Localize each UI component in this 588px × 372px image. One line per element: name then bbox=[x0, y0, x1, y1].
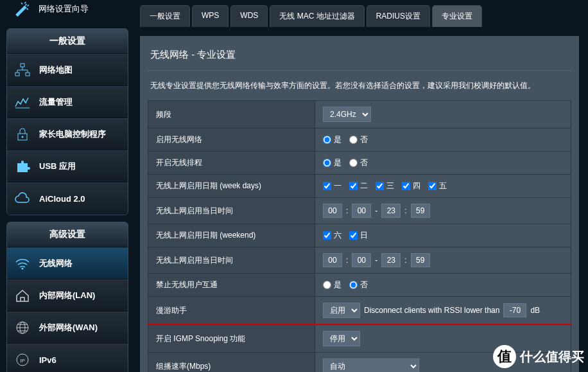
check-mon[interactable] bbox=[323, 182, 331, 190]
select-igmp[interactable]: 停用 bbox=[323, 331, 360, 346]
watermark-icon: 值 bbox=[493, 345, 516, 368]
roaming-unit: dB bbox=[530, 306, 540, 315]
sidebar-item-traffic[interactable]: 流量管理 bbox=[7, 86, 128, 118]
sidebar-item-usb[interactable]: USB 应用 bbox=[7, 150, 128, 182]
home-icon bbox=[13, 288, 31, 303]
radio-schedule-no[interactable] bbox=[349, 159, 358, 167]
label-enable-wireless: 启用无线网络 bbox=[148, 128, 315, 152]
radio-isolate-no[interactable] bbox=[349, 281, 358, 289]
label-weekday-time: 无线上网启用当日时间 bbox=[148, 198, 315, 224]
wand-icon bbox=[13, 1, 31, 17]
input-we-h1[interactable] bbox=[323, 253, 342, 267]
label-mcast: 组播速率(Mbps) bbox=[148, 353, 315, 373]
tab-radius[interactable]: RADIUS设置 bbox=[367, 5, 430, 27]
sidebar-item-label: 流量管理 bbox=[39, 96, 73, 108]
sidebar-item-label: 无线网络 bbox=[39, 258, 73, 269]
sidebar-item-aicloud[interactable]: AiCloud 2.0 bbox=[7, 182, 128, 215]
sidebar-setup-label: 网络设置向导 bbox=[39, 3, 89, 15]
label-isolate: 禁止无线用户互通 bbox=[148, 274, 315, 297]
ipv6-icon: IP bbox=[13, 352, 31, 368]
page-desc: 无线专业设置提供您无线网络传输与效率方面的设置。若您没有选择适合的设置，建议采用… bbox=[148, 71, 571, 100]
puzzle-icon bbox=[13, 159, 31, 174]
input-rssi[interactable] bbox=[503, 303, 526, 317]
sidebar-item-label: 外部网络(WAN) bbox=[39, 322, 98, 333]
traffic-icon bbox=[13, 94, 31, 110]
tabs: 一般设置 WPS WDS 无线 MAC 地址过滤器 RADIUS设置 专业设置 bbox=[140, 5, 584, 27]
wifi-icon bbox=[13, 256, 31, 271]
sidebar-header-general: 一般设置 bbox=[7, 29, 128, 54]
check-wed[interactable] bbox=[376, 182, 384, 190]
radio-isolate-yes[interactable] bbox=[323, 281, 331, 289]
check-fri[interactable] bbox=[428, 182, 437, 190]
svg-text:IP: IP bbox=[20, 358, 25, 364]
check-tue[interactable] bbox=[349, 182, 358, 190]
tab-general[interactable]: 一般设置 bbox=[140, 5, 190, 27]
input-we-h2[interactable] bbox=[381, 253, 401, 267]
page-title: 无线网络 - 专业设置 bbox=[148, 42, 571, 71]
label-weekend: 无线上网启用日期 (weekend) bbox=[148, 224, 315, 247]
check-sun[interactable] bbox=[349, 231, 358, 240]
sidebar-item-label: 网络地图 bbox=[39, 64, 73, 76]
watermark: 值 什么值得买 bbox=[493, 345, 584, 368]
label-enable-schedule: 开启无线排程 bbox=[148, 152, 315, 175]
radio-wireless-yes[interactable] bbox=[323, 136, 331, 144]
sidebar-item-network-map[interactable]: 网络地图 bbox=[7, 54, 128, 86]
sidebar-item-ipv6[interactable]: IP IPv6 bbox=[7, 344, 128, 372]
sidebar-header-advanced: 高级设置 bbox=[7, 222, 128, 247]
label-igmp: 开启 IGMP Snooping 功能 bbox=[148, 324, 315, 353]
input-we-m1[interactable] bbox=[352, 253, 371, 267]
svg-point-4 bbox=[22, 136, 24, 138]
radio-schedule-yes[interactable] bbox=[323, 159, 331, 167]
tab-mac-filter[interactable]: 无线 MAC 地址过滤器 bbox=[270, 5, 364, 27]
tab-wps[interactable]: WPS bbox=[192, 5, 229, 27]
sidebar-item-label: 家长电脑控制程序 bbox=[39, 128, 106, 140]
network-map-icon bbox=[13, 62, 31, 78]
watermark-text: 什么值得买 bbox=[520, 348, 584, 366]
select-mcast[interactable]: 自动 bbox=[323, 359, 419, 372]
sidebar-item-wireless[interactable]: 无线网络 bbox=[7, 247, 128, 279]
label-weekdays: 无线上网启用日期 (week days) bbox=[148, 175, 315, 198]
cloud-icon bbox=[13, 191, 31, 206]
sidebar-item-label: AiCloud 2.0 bbox=[39, 194, 85, 204]
input-wd-h1[interactable] bbox=[323, 204, 342, 218]
sidebar-item-wan[interactable]: 外部网络(WAN) bbox=[7, 312, 128, 344]
input-wd-h2[interactable] bbox=[381, 204, 401, 218]
select-band[interactable]: 2.4GHz bbox=[323, 107, 371, 122]
input-wd-m2[interactable] bbox=[411, 204, 430, 218]
globe-icon bbox=[13, 320, 31, 335]
svg-rect-2 bbox=[26, 73, 30, 76]
radio-wireless-no[interactable] bbox=[349, 136, 358, 144]
lock-icon bbox=[13, 127, 31, 142]
input-we-m2[interactable] bbox=[411, 253, 430, 267]
svg-point-5 bbox=[22, 268, 24, 270]
select-roaming[interactable]: 启用 bbox=[323, 303, 360, 318]
check-sat[interactable] bbox=[323, 231, 331, 240]
svg-rect-0 bbox=[21, 64, 24, 67]
tab-professional[interactable]: 专业设置 bbox=[432, 5, 482, 27]
label-weekend-time: 无线上网启用当日时间 bbox=[148, 247, 315, 274]
sidebar-item-lan[interactable]: 内部网络(LAN) bbox=[7, 279, 128, 312]
check-thu[interactable] bbox=[402, 182, 410, 190]
sidebar-setup-wizard[interactable]: 网络设置向导 bbox=[6, 0, 128, 22]
sidebar-item-label: USB 应用 bbox=[39, 161, 76, 172]
roaming-desc: Disconnect clients with RSSI lower than bbox=[364, 306, 499, 315]
label-roaming: 漫游助手 bbox=[148, 297, 315, 325]
tab-wds[interactable]: WDS bbox=[230, 5, 268, 27]
svg-rect-1 bbox=[15, 73, 19, 76]
sidebar-item-label: IPv6 bbox=[39, 355, 56, 365]
label-band: 频段 bbox=[148, 101, 315, 128]
sidebar-item-parental[interactable]: 家长电脑控制程序 bbox=[7, 118, 128, 150]
sidebar-item-label: 内部网络(LAN) bbox=[39, 290, 95, 301]
input-wd-m1[interactable] bbox=[352, 204, 371, 218]
